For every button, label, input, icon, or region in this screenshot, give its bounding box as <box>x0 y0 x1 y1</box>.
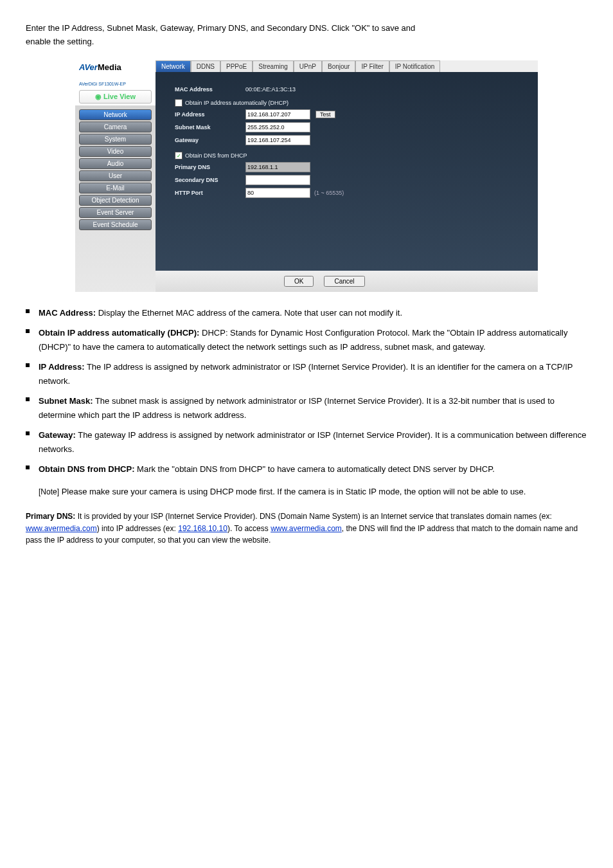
tab-upnp[interactable]: UPnP <box>294 60 322 72</box>
live-view-button[interactable]: ◉ Live View <box>79 90 152 104</box>
tab-ip-notification[interactable]: IP Notification <box>389 60 441 72</box>
nav-email[interactable]: E-Mail <box>79 183 152 194</box>
nav-network[interactable]: Network <box>79 109 152 120</box>
nav-camera[interactable]: Camera <box>79 122 152 132</box>
note-http-range: (1 ~ 65535) <box>314 190 344 196</box>
checkbox-dns-dhcp[interactable]: ✓ <box>175 152 182 159</box>
param-gateway: Gateway: The gateway IP address is assig… <box>39 428 587 456</box>
link-ip[interactable]: 192.168.10.10 <box>178 524 227 533</box>
nav-video[interactable]: Video <box>79 146 152 157</box>
label-mac: MAC Address <box>175 86 245 93</box>
bullet-icon <box>26 466 30 469</box>
ok-cancel-bar: OK Cancel <box>155 271 538 292</box>
bullet-icon <box>26 397 30 401</box>
test-button[interactable]: Test <box>315 111 335 118</box>
tab-row: Network DDNS PPPoE Streaming UPnP Bonjou… <box>155 60 538 72</box>
param-section: MAC Address: Display the Ethernet MAC ad… <box>26 306 587 476</box>
bullet-icon <box>26 431 30 435</box>
input-sdns[interactable] <box>245 175 310 185</box>
cancel-button[interactable]: Cancel <box>324 276 364 287</box>
param-dns-dhcp: Obtain DNS from DHCP: Mark the "obtain D… <box>39 462 587 476</box>
label-gateway: Gateway <box>175 137 245 143</box>
ok-button[interactable]: OK <box>284 276 314 287</box>
main-panel: Network DDNS PPPoE Streaming UPnP Bonjou… <box>155 60 538 292</box>
footnote-pdns: Primary DNS: It is provided by your ISP … <box>26 511 587 547</box>
intro-line2: enable the setting. <box>26 37 587 46</box>
sub-brand: AVerDiGi SF1301W-EP <box>75 82 155 87</box>
label-pdns: Primary DNS <box>175 164 245 170</box>
tab-ip-filter[interactable]: IP Filter <box>355 60 389 72</box>
note-body: Please make sure your camera is using DH… <box>62 487 526 496</box>
bullet-icon <box>26 363 30 367</box>
input-pdns[interactable] <box>245 162 310 172</box>
label-dhcp: Obtain IP address automatically (DHCP) <box>185 100 289 106</box>
brand-logo: AVerMedia <box>75 60 155 82</box>
input-subnet[interactable] <box>245 122 310 132</box>
tab-pppoe[interactable]: PPPoE <box>220 60 253 72</box>
nav-user[interactable]: User <box>79 170 152 181</box>
input-ip[interactable] <box>245 109 310 120</box>
tab-bonjour[interactable]: Bonjour <box>322 60 355 72</box>
param-subnet: Subnet Mask: The subnet mask is assigned… <box>39 394 587 422</box>
link-avermedia-1[interactable]: www.avermedia.com <box>26 524 97 533</box>
nav-audio[interactable]: Audio <box>79 158 152 169</box>
param-mac: MAC Address: Display the Ethernet MAC ad… <box>39 306 587 320</box>
param-ip: IP Address: The IP address is assigned b… <box>39 360 587 388</box>
tab-streaming[interactable]: Streaming <box>253 60 294 72</box>
label-sdns: Secondary DNS <box>175 177 245 183</box>
input-gateway[interactable] <box>245 135 310 145</box>
label-http-port: HTTP Port <box>175 190 245 196</box>
nav-event-schedule[interactable]: Event Schedule <box>79 219 152 230</box>
intro-line1: Enter the IP Address, Subnet Mask, Gatew… <box>26 23 587 33</box>
form-area: MAC Address 00:0E:AE:A1:3C:13 Obtain IP … <box>155 72 538 271</box>
bullet-icon <box>26 329 30 333</box>
nav-event-server[interactable]: Event Server <box>79 207 152 218</box>
param-dhcp: Obtain IP address automatically (DHCP): … <box>39 326 587 354</box>
note-head: [Note] <box>39 487 59 496</box>
input-http-port[interactable] <box>245 188 310 198</box>
side-nav: Network Camera System Video Audio User E… <box>75 105 155 292</box>
label-ip: IP Address <box>175 111 245 118</box>
tab-ddns[interactable]: DDNS <box>191 60 220 72</box>
embedded-screenshot: AVerMedia AVerDiGi SF1301W-EP ◉ Live Vie… <box>75 60 538 292</box>
checkbox-dhcp[interactable] <box>175 99 182 107</box>
link-avermedia-2[interactable]: www.avermedia.com <box>271 524 342 533</box>
bullet-icon <box>26 309 30 313</box>
note-section: [Note] Please make sure your camera is u… <box>39 485 587 499</box>
nav-system[interactable]: System <box>79 134 152 145</box>
sidebar: AVerMedia AVerDiGi SF1301W-EP ◉ Live Vie… <box>75 60 155 292</box>
label-subnet: Subnet Mask <box>175 124 245 131</box>
label-dns-dhcp: Obtain DNS from DHCP <box>185 152 247 159</box>
value-mac: 00:0E:AE:A1:3C:13 <box>245 86 296 93</box>
tab-network[interactable]: Network <box>155 60 191 72</box>
nav-object-detection[interactable]: Object Detection <box>79 195 152 206</box>
